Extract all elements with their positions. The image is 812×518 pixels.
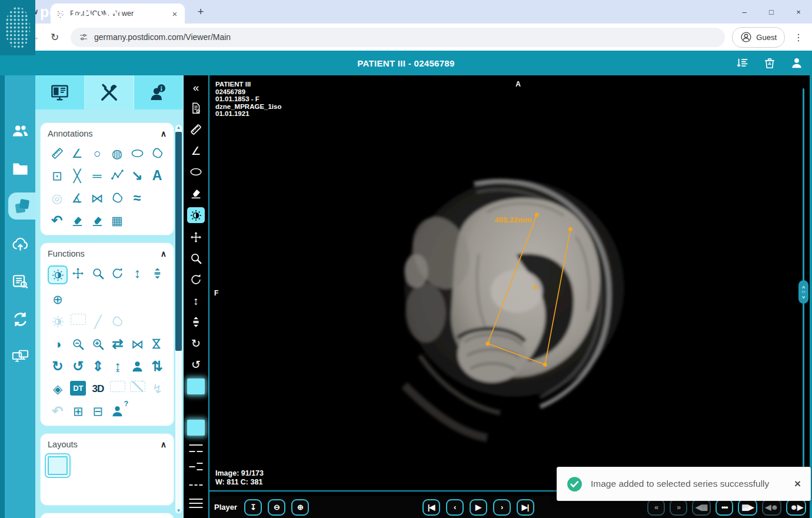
rectangle-roi-icon[interactable]: ⊡: [50, 168, 64, 183]
circle-icon[interactable]: ○: [90, 145, 104, 161]
rotate-icon[interactable]: [189, 273, 203, 287]
layout-3x4[interactable]: [89, 482, 109, 498]
collapse-panel-icon[interactable]: «: [189, 80, 203, 94]
freehand-roi-icon[interactable]: [150, 145, 164, 161]
text-icon[interactable]: A: [150, 168, 164, 183]
layout-2x1[interactable]: [110, 456, 129, 472]
image-viewport[interactable]: 408.22mm PATIENT III 02456789 01.01.1853…: [209, 75, 812, 496]
layout-left-plus-2[interactable]: [189, 461, 203, 472]
pan-icon[interactable]: [189, 230, 203, 244]
collapse-chevron-icon[interactable]: ∧: [161, 440, 167, 449]
arrow-icon[interactable]: ↘: [130, 168, 144, 183]
scroll-down-icon[interactable]: ▼: [175, 508, 182, 513]
sidebar-item-share[interactable]: [5, 346, 35, 367]
previous-patient-button[interactable]: ◀☻: [762, 499, 782, 516]
rotate-icon[interactable]: [111, 265, 125, 281]
layout-4x3[interactable]: [131, 482, 150, 498]
filled-ellipse-icon[interactable]: ◍: [110, 145, 124, 161]
functions-header[interactable]: Functions ∧: [48, 249, 167, 258]
repair-icon[interactable]: ↯: [150, 381, 164, 396]
layout-1x1[interactable]: [48, 456, 68, 475]
sidebar-item-upload[interactable]: [5, 233, 35, 254]
save-image-icon[interactable]: ⊟: [91, 403, 105, 419]
undo-annotation-icon[interactable]: ↶: [50, 212, 64, 228]
layout-1x2[interactable]: [69, 456, 88, 472]
previous-layout-button[interactable]: ◀▦: [692, 499, 711, 516]
sort-images-icon[interactable]: ⇅: [150, 358, 164, 374]
layout-left-plus-2[interactable]: [69, 482, 88, 498]
scroll-icon[interactable]: ↕: [131, 265, 145, 281]
toast-close-icon[interactable]: ×: [794, 477, 801, 490]
previous-image-button[interactable]: ‹: [446, 499, 464, 516]
erase-icon[interactable]: [189, 186, 203, 200]
selection-box-icon[interactable]: [110, 381, 125, 392]
angle-icon[interactable]: ∠: [70, 145, 84, 161]
reload-button[interactable]: ↻: [46, 28, 64, 46]
layouts-header[interactable]: Layouts ∧: [48, 440, 167, 449]
select-area-icon[interactable]: [71, 314, 86, 325]
localizer-icon[interactable]: ⊕: [51, 291, 65, 307]
report-icon[interactable]: [189, 101, 203, 115]
close-button[interactable]: ×: [785, 0, 812, 24]
layout-1-plus-2[interactable]: [189, 443, 203, 454]
volume-3d-icon[interactable]: 3D: [91, 381, 105, 396]
layout-1x3[interactable]: [89, 456, 109, 472]
panel-scrollbar[interactable]: ▲ ▼: [175, 125, 182, 513]
collapse-chevron-icon[interactable]: ∧: [161, 249, 167, 258]
erase-all-icon[interactable]: [90, 212, 104, 228]
browser-menu-icon[interactable]: ⋮: [791, 32, 806, 43]
window-level-icon[interactable]: [187, 207, 205, 223]
freehand-window-icon[interactable]: [111, 314, 125, 329]
series-layout-1x1[interactable]: [187, 420, 205, 436]
parallel-lines-icon[interactable]: ═: [90, 168, 104, 183]
probe-icon[interactable]: ◎: [50, 190, 64, 205]
image-scrollbar-thumb[interactable]: ∧ ○ ∨: [798, 280, 808, 304]
capture-button[interactable]: ↧: [244, 499, 262, 516]
profile-button[interactable]: Guest: [732, 27, 785, 48]
account-icon[interactable]: [790, 56, 804, 70]
magnify-icon[interactable]: [189, 251, 203, 265]
sort-order-icon[interactable]: [736, 56, 750, 70]
previous-series-button[interactable]: «: [647, 499, 665, 516]
sidebar-item-worklist[interactable]: [5, 271, 35, 292]
tab-study[interactable]: [35, 75, 85, 109]
layout-4x4[interactable]: [151, 482, 171, 498]
polyline-icon[interactable]: [110, 168, 124, 183]
crop-icon[interactable]: [130, 381, 145, 392]
more-options-button[interactable]: •••: [716, 499, 733, 516]
zoom-in-icon[interactable]: [91, 336, 105, 351]
scroll-icon[interactable]: ↕: [189, 294, 203, 308]
image-layout-1x1[interactable]: [187, 378, 205, 394]
next-patient-button[interactable]: ☻▶: [786, 499, 806, 516]
panel-scrollbar-thumb[interactable]: [175, 132, 182, 351]
flip-horizontal-icon[interactable]: ⋈: [131, 336, 145, 351]
scroll-up-icon[interactable]: ▲: [175, 125, 182, 130]
tab-tools[interactable]: [85, 75, 134, 109]
dicom-tags-icon[interactable]: DT: [70, 381, 86, 396]
invert-icon[interactable]: ◑: [51, 336, 65, 351]
sidebar-item-folders[interactable]: [5, 158, 35, 179]
layout-1x3[interactable]: [189, 479, 203, 490]
angle-icon[interactable]: ∠: [189, 144, 203, 158]
new-tab-button[interactable]: +: [193, 5, 208, 18]
first-image-button[interactable]: |◀: [422, 499, 440, 516]
layout-3x3[interactable]: [151, 456, 171, 472]
recycle-bin-icon[interactable]: [763, 56, 777, 70]
maximize-button[interactable]: □: [758, 0, 785, 24]
undo-freehand-icon[interactable]: ↶: [51, 403, 65, 419]
address-bar[interactable]: germany.postdicom.com/Viewer/Main: [71, 28, 725, 47]
cross-lines-icon[interactable]: ╳: [70, 168, 84, 183]
save-annotation-icon[interactable]: ▦: [110, 212, 124, 228]
minimize-button[interactable]: –: [731, 0, 758, 24]
site-settings-icon[interactable]: [79, 32, 88, 42]
layout-2x2[interactable]: [131, 456, 150, 472]
tab-close-icon[interactable]: ×: [169, 9, 180, 19]
roi-window-icon[interactable]: [51, 314, 65, 329]
ellipse-icon[interactable]: [130, 145, 144, 161]
erase-icon[interactable]: [70, 212, 84, 228]
actual-size-icon[interactable]: ↨: [111, 358, 125, 374]
layout-3x1[interactable]: [110, 482, 129, 498]
closed-freehand-icon[interactable]: [110, 190, 124, 205]
reset-all-icon[interactable]: ↺: [71, 358, 85, 374]
tab-patient-info[interactable]: [134, 75, 184, 109]
